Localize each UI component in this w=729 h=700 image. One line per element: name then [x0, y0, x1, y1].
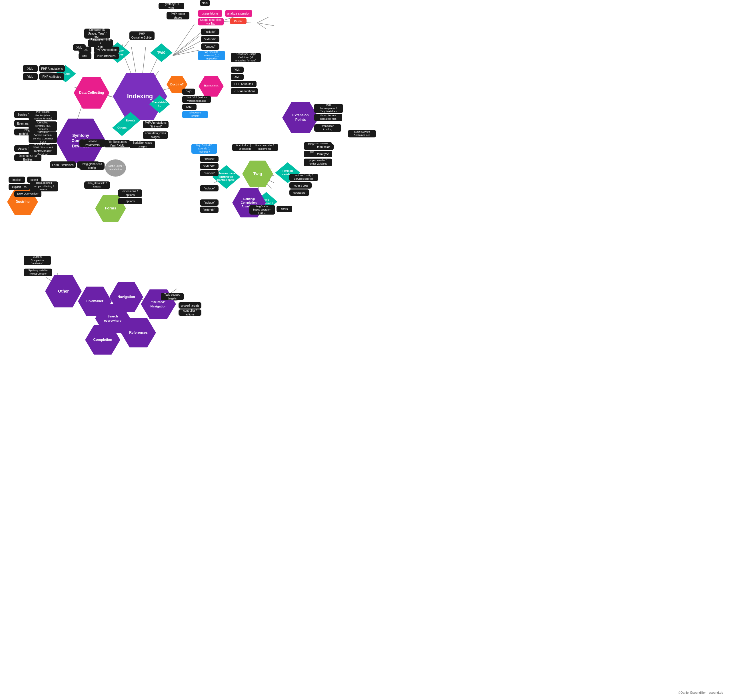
- php-annotations-1: PHP Annotations: [39, 65, 65, 72]
- events-label: Events: [126, 119, 135, 122]
- class-method-scope-node: class, methodscope collecting /resolve..…: [30, 182, 58, 192]
- tag-include-inspection: tag / includeextends / (__)Inspection: [198, 51, 225, 60]
- drm-querybuilder-node: DRM Querybuilder: [14, 191, 41, 197]
- block-overrides-node: block overrides /implements: [251, 144, 278, 151]
- container-id-node: Container IDUsage, 'Tags' /XML: [84, 29, 110, 39]
- type-options-node: options: [118, 198, 142, 204]
- repository-usage-node: Repository UsageDefinition (allmetadata …: [231, 53, 261, 62]
- doctrine-label: Doctrine: [16, 200, 30, 204]
- scoped-targets-label: scoped targets: [180, 304, 199, 308]
- explicit-node: explicit: [9, 184, 24, 190]
- data-collecting-label: Data Collecting: [79, 91, 104, 95]
- indexing-label: Indexing: [127, 92, 153, 100]
- embed-twig-1: "embed": [200, 170, 219, 176]
- translator-domain-node: TranslatorDomain names /Service Containe…: [29, 131, 57, 143]
- forms-label: Forms: [105, 206, 116, 211]
- yml-metadata: YML: [231, 67, 244, 73]
- xml-node-1: XML: [23, 65, 38, 72]
- compiled-symfony-xml: CompiledSymfony XMLSimnator: [29, 121, 57, 131]
- others-label: Others: [118, 126, 126, 130]
- controller-actions-node: controller /actions: [179, 309, 201, 316]
- xml-symfony-services: XML: [73, 44, 86, 51]
- svg-line-20: [257, 23, 274, 26]
- php-annotations-event-node: PHP Annotations"@Event": [143, 121, 168, 128]
- svg-line-16: [173, 24, 194, 56]
- xml-services: XML: [78, 53, 91, 59]
- livemaker-label: Livemaker: [86, 299, 103, 304]
- type-options-label: options: [125, 199, 135, 203]
- extensions-options-label: extensions /options: [122, 189, 138, 197]
- various-config-node: various Config /Services sources: [289, 174, 318, 181]
- extends-routing-2: "extends": [200, 206, 219, 213]
- tag-include-blue-node: tag / "include"extends /...mainpas /: [192, 144, 217, 154]
- data-collecting-node[interactable]: Data Collecting: [74, 77, 109, 109]
- navigation-label: Navigation: [118, 295, 135, 299]
- php-router-stages: PHP routerstages: [167, 12, 189, 19]
- implicit-node: implicit: [9, 177, 25, 183]
- translation-loading-right: TranslationLoading: [314, 124, 341, 132]
- serializer-node: Serializer classusages: [129, 141, 155, 148]
- include-twig-1: "include": [200, 156, 219, 162]
- php-attributes-metadata: PHP Attributes: [231, 81, 257, 87]
- php-annotations-services: PHP Attributes: [94, 53, 119, 59]
- svg-line-19: [257, 17, 269, 23]
- twig-main-label: Twig: [253, 171, 262, 176]
- metadata-label: Metadata: [204, 84, 219, 89]
- usage-blocks-node: usage blocks: [198, 10, 222, 17]
- data-class-fields-node: data_class field /targets: [84, 182, 110, 189]
- twig-diamond-node[interactable]: TWIG: [150, 44, 173, 62]
- other-bottom-node[interactable]: Other: [45, 275, 82, 308]
- twig-value-based-node: twig "valuebased operator"(Tab-...: [249, 205, 275, 215]
- php-controller-node: php controller /render variables: [304, 158, 332, 166]
- metadata-node[interactable]: Metadata: [199, 76, 224, 97]
- symfony-ux-yaml: Symfony/UX yaml: [158, 3, 184, 9]
- form-extensions-node: Form Extensions: [50, 161, 76, 168]
- scoped-targets-node: scoped targets: [179, 302, 201, 309]
- php-container-builder: PHPContainerBuilder: [129, 31, 155, 40]
- extends-node-1: "extends": [201, 36, 219, 42]
- twig-scoped-node: Twig scopedtargets: [161, 293, 184, 300]
- embed-node-1: "embed": [201, 44, 219, 50]
- svg-line-21: [257, 23, 266, 29]
- mind-map-canvas: Indexing SymfonyCompiledDev Files Data C…: [0, 0, 729, 700]
- related-nav-label: "Related"Navigation: [150, 300, 166, 308]
- filename-label: Filename name(getting viaControll apple): [217, 172, 235, 182]
- xml-metadata: XML: [231, 74, 244, 80]
- svg-line-13: [173, 41, 200, 56]
- include-routing-2: "include": [200, 199, 219, 206]
- php-node: PHP: [182, 89, 195, 95]
- usage-controlled-node: Usage controlledvia Tag: [198, 18, 224, 25]
- custom-completion-node: CustomCompletion"Activator": [24, 256, 51, 265]
- twig-main-node[interactable]: Twig: [242, 161, 273, 187]
- svg-line-12: [173, 47, 194, 56]
- operators-node: operators: [289, 189, 309, 196]
- svg-line-11: [173, 50, 200, 56]
- static-service-container-node: Static ServiceContainer files: [348, 130, 376, 137]
- other-bottom-label: Other: [58, 289, 68, 294]
- form-fields-node: form fields: [314, 144, 334, 150]
- shopware-node: Shopwareformat?: [182, 111, 208, 118]
- block-routing: block: [200, 0, 210, 6]
- analyze-extension-node: analyze extension: [225, 10, 252, 17]
- copyright-label: ©Daniel Espendiller - espend.de: [678, 691, 723, 694]
- form-data-class-node: Form data_classstages: [143, 131, 168, 139]
- extension-points-node[interactable]: ExtensionPoints: [282, 102, 319, 133]
- parameter-hints-node: Parameter hints /XML: [88, 39, 113, 47]
- doctrine-small-label: Doctrine?: [170, 83, 184, 86]
- form-type-node: form type: [314, 151, 332, 157]
- file-resources-node: File ResourcesYaml / XML: [104, 140, 130, 147]
- xlf-node: XLF / xliff (variousversion formats): [182, 96, 211, 103]
- include-routing-1: "include": [200, 185, 219, 192]
- basic-service-container-node: Basic ServiceContainer files: [314, 114, 342, 121]
- php-called-routes: PHP CalledRoutes (viewversion formats): [29, 111, 57, 120]
- include-node-1: "include": [201, 29, 219, 35]
- translatable-label: Translatable/...: [152, 101, 167, 107]
- parent-node: Parent: [230, 18, 247, 24]
- symfony-installer-node: Symfony installerProject Creation: [24, 269, 52, 276]
- php-attributes-1: PHP Attributes: [39, 73, 64, 80]
- twig-diamond-label: TWIG: [157, 51, 166, 55]
- doctrine-odm-node: Doctrine ORM /ODM / Document(EntityManag…: [29, 144, 57, 155]
- cache-layer-node: Cache Layer /Installation: [105, 160, 126, 177]
- nodes-tags-node: nodes / tags: [289, 182, 312, 189]
- svg-line-14: [173, 36, 200, 56]
